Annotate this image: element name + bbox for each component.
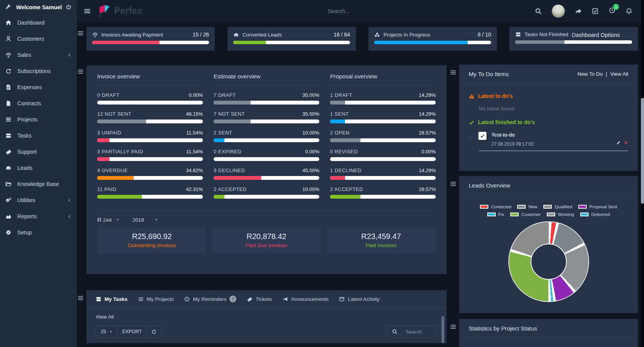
export-button[interactable]: EXPORT [117,326,147,338]
power-icon[interactable] [66,4,71,10]
sidebar-item-label: Utilities [17,197,35,203]
drag-handle-icon[interactable] [77,30,84,37]
row-label: 2 OPEN [330,130,350,136]
new-todo-link[interactable]: New To Do [578,71,603,77]
cog-icon [5,229,12,236]
sidebar-item-setup[interactable]: Setup [0,224,77,241]
tab-label: Latest Activity [348,296,380,302]
sidebar-item-sales[interactable]: Sales [0,47,77,63]
sidebar-item-utilities[interactable]: Utilities [0,192,77,208]
overview-row: 7 NOT SENT35.00% [214,105,319,123]
card-projects-in-progress[interactable]: Projects In Progress 8 / 10 [368,27,497,51]
drag-handle-icon[interactable] [450,69,456,76]
brand-name: Perfex [114,6,142,16]
todo-checkbox[interactable] [478,132,486,140]
refresh-button[interactable] [146,326,161,338]
tasks-icon [5,133,12,139]
progress-track [330,120,436,123]
tab-latest-activity[interactable]: Latest Activity [339,296,380,302]
legend-label: Fix [498,212,504,217]
progress-fill [214,101,251,105]
drag-handle-icon[interactable] [450,181,456,187]
search-icon [392,329,397,334]
sidebar-item-expenses[interactable]: Expenses [0,79,77,95]
page-size-select[interactable]: 25 [96,326,118,338]
progress-track [233,41,350,44]
timers-button[interactable]: 1 [609,7,616,15]
progress-fill [214,176,261,180]
sidebar-item-customers[interactable]: Customers [0,31,77,47]
row-label: 1 DRAFT [330,92,352,98]
drag-handle-icon[interactable] [77,295,84,301]
progress-fill [97,176,134,180]
legend-item-qualified[interactable]: Qualified [543,204,572,209]
view-all-link[interactable]: View All [86,308,446,322]
drag-handle-icon[interactable] [450,324,456,330]
currency-symbol: R [97,216,101,223]
progress-track [330,176,436,180]
pencil-icon[interactable] [616,140,621,145]
currency-select[interactable]: R ZAR [97,216,120,223]
delete-x-icon[interactable] [624,140,628,145]
legend-item-contacted[interactable]: Contacted [480,204,511,209]
sidebar-item-reports[interactable]: Reports [0,208,77,224]
todo-view-all-link[interactable]: View All [610,71,628,77]
tab-my-tasks[interactable]: My Tasks [96,296,128,302]
todo-check-icon[interactable] [592,8,599,15]
caret-down-icon [116,218,120,222]
table-search-input[interactable] [402,325,437,338]
brand-logo[interactable]: Perfex [99,5,142,17]
sidebar-item-tasks[interactable]: Tasks [0,128,77,144]
card-converted-leads[interactable]: Converted Leads 18 / 64 [227,27,356,51]
legend-item-proposal-sent[interactable]: Proposal Sent [578,204,617,209]
finished-todos-label: Latest finished to do's [478,119,535,125]
sidebar-item-subscriptions[interactable]: Subscriptions [0,63,77,79]
sidebar-item-knowledge-base[interactable]: Knowledge Base [0,176,77,192]
sidebar-item-dashboard[interactable]: Dashboard [0,15,77,31]
timers-badge: 1 [613,4,619,10]
share-icon[interactable] [575,8,582,15]
bell-icon[interactable] [626,8,632,15]
menu-icon[interactable] [83,7,91,15]
topbar-search-input[interactable] [158,5,520,18]
year-select[interactable]: 2019 [133,217,158,223]
todo-item-date: 27.08.2019 09:17:02 [491,141,534,147]
legend-item-fix[interactable]: Fix [487,212,504,217]
sidebar-item-label: Reports [17,213,37,219]
page-scrollbar-thumb[interactable] [641,98,644,204]
sidebar-item-leads[interactable]: Leads [0,160,77,176]
tab-announcements[interactable]: Announcements [282,296,329,302]
table-scrollbar-thumb[interactable] [442,316,444,343]
progress-track [515,40,632,44]
chevron-left-icon [67,214,71,219]
legend-swatch [580,213,589,216]
card-label: Tasks Not Finished [524,32,568,37]
avatar[interactable] [552,5,565,18]
progress-track [97,138,203,142]
legend-item-new[interactable]: New [517,204,537,209]
card-tasks-not-finished[interactable]: Tasks Not Finished [510,27,638,51]
search-icon[interactable] [387,325,402,338]
sidebar-item-projects[interactable]: Projects [0,111,77,128]
row-percent: 11.54% [186,149,203,154]
card-invoices-awaiting-payment[interactable]: Invoices Awaiting Payment 15 / 26 [86,27,215,51]
row-label: 3 UNPAID [97,130,121,136]
legend-item-delivered[interactable]: Delivered [580,212,610,217]
group-icon [374,32,380,38]
drag-dots-icon[interactable] [469,133,473,139]
tab-tickets[interactable]: Tickets [247,296,272,302]
tab-my-projects[interactable]: My Projects [138,296,174,302]
drag-handle-icon[interactable] [77,68,84,75]
sidebar-item-contracts[interactable]: Contracts [0,95,77,111]
wrench-icon[interactable] [5,4,11,10]
legend-item-customer[interactable]: Customer [510,212,541,217]
todo-item: Test to do 27.08.2019 09:17:02 [469,132,628,147]
row-percent: 11.54% [186,130,203,136]
sidebar-item-support[interactable]: Support [0,144,77,160]
tab-my-reminders[interactable]: My Reminders 7 [184,296,236,302]
search-icon[interactable] [535,8,542,15]
legend-item-working[interactable]: Working [547,212,574,217]
sidebar-item-label: Setup [17,229,32,236]
row-percent: 0.00% [189,92,203,98]
dashboard-options-link[interactable]: Dashboard Options [572,32,620,38]
